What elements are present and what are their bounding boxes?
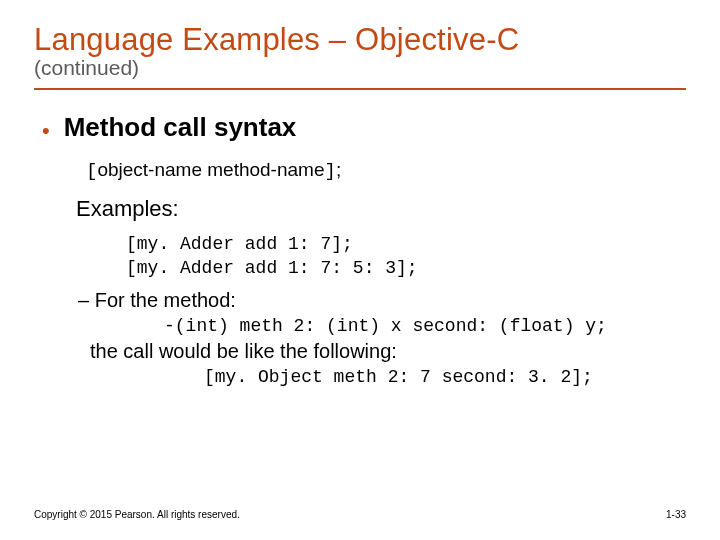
example-1: [my. Adder add 1: 7];: [126, 232, 686, 256]
slide: Language Examples – Objective-C (continu…: [0, 0, 720, 540]
call-line: the call would be like the following:: [90, 340, 686, 363]
syntax-semi: ;: [336, 159, 341, 180]
syntax-open: [: [86, 160, 97, 182]
syntax-line: [object-name method-name];: [86, 159, 686, 182]
for-method-line: – For the method:: [78, 289, 686, 312]
bullet-dot-icon: •: [42, 120, 50, 142]
method-declaration: -(int) meth 2: (int) x second: (float) y…: [164, 316, 686, 336]
slide-subtitle: (continued): [34, 56, 686, 80]
call-code: [my. Object meth 2: 7 second: 3. 2];: [204, 367, 686, 387]
title-rule: [34, 88, 686, 90]
page-number: 1-33: [666, 509, 686, 520]
syntax-obj: object-name: [97, 159, 202, 180]
copyright-text: Copyright © 2015 Pearson. All rights res…: [34, 509, 240, 520]
syntax-meth: method-name: [207, 159, 324, 180]
bullet-text: Method call syntax: [64, 112, 297, 143]
example-block: [my. Adder add 1: 7]; [my. Adder add 1: …: [126, 232, 686, 281]
bullet-row: • Method call syntax: [42, 112, 686, 143]
example-2: [my. Adder add 1: 7: 5: 3];: [126, 256, 686, 280]
footer: Copyright © 2015 Pearson. All rights res…: [34, 509, 686, 520]
examples-label: Examples:: [76, 196, 686, 222]
slide-title: Language Examples – Objective-C: [34, 22, 686, 58]
syntax-close: ]: [324, 160, 335, 182]
